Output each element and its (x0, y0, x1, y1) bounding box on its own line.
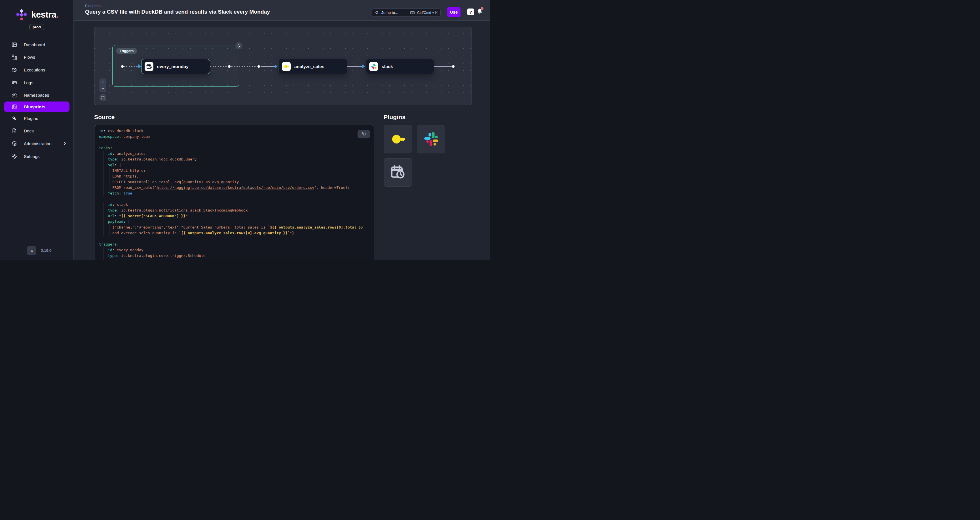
copy-icon (361, 131, 366, 137)
node-analyze-sales[interactable]: analyze_sales (278, 59, 347, 74)
sidebar-item-plugins[interactable]: Plugins (0, 112, 73, 125)
notification-dot (480, 7, 484, 10)
node-label: slack (382, 64, 393, 69)
sidebar-item-label: Blueprints (24, 104, 45, 109)
sidebar-item-label: Plugins (24, 116, 38, 121)
blueprints-icon (11, 104, 17, 110)
settings-icon (11, 153, 17, 159)
docs-icon (11, 128, 17, 134)
code-line: LOAD httpfs; (99, 173, 369, 179)
use-button[interactable]: Use (447, 7, 460, 17)
code-line (99, 196, 369, 202)
text-caret (99, 129, 99, 133)
indent-guide (109, 224, 110, 236)
node-label: every_monday (157, 64, 189, 69)
code-line: payload: | (99, 219, 369, 224)
code-line: INSTALL httpfs; (99, 168, 369, 173)
sidebar-item-dashboard[interactable]: Dashboard (0, 38, 73, 51)
slack-icon (423, 131, 439, 148)
zoom-out-button[interactable]: − (100, 85, 107, 92)
indent-guide (103, 202, 104, 236)
kestra-logo[interactable]: kestra. (0, 8, 73, 21)
sidebar-item-logs[interactable]: Logs (0, 76, 73, 89)
search-input[interactable]: Jump to... Ctrl/Cmd + K (372, 8, 441, 17)
sidebar-item-label: Dashboard (24, 42, 45, 47)
sidebar-item-namespaces[interactable]: Namespaces (0, 89, 73, 102)
plugins-icon (11, 115, 17, 121)
sidebar-footer: « 0.19.0 (0, 241, 73, 260)
flows-icon (11, 54, 17, 60)
node-label: analyze_sales (294, 64, 325, 69)
plugin-card-slack[interactable] (417, 125, 445, 153)
help-button[interactable]: ? (467, 8, 474, 15)
kestra-logo-icon (15, 8, 29, 21)
sidebar-item-label: Docs (24, 129, 34, 133)
edge-arrowhead-icon (362, 64, 365, 68)
administration-icon (11, 141, 17, 146)
plugin-card-schedule[interactable] (383, 158, 412, 186)
indent-guide (109, 168, 110, 191)
schedule-icon (390, 164, 406, 181)
sidebar-item-label: Namespaces (24, 93, 49, 97)
edge-solid (347, 66, 362, 67)
code-line: triggers: (99, 242, 369, 247)
code-line (99, 140, 369, 145)
edge-dot (258, 65, 260, 68)
code-line: cron: "0 9 * * MON" (99, 259, 369, 260)
edge-solid (434, 66, 452, 67)
edge-arrowhead-icon (138, 64, 141, 68)
sidebar-item-flows[interactable]: Flows (0, 51, 73, 64)
topology-canvas[interactable]: Triggers every_monday analyze_sales slac… (94, 27, 472, 105)
zoom-in-button[interactable]: + (100, 78, 107, 85)
sidebar-item-blueprints[interactable]: Blueprints (4, 102, 70, 112)
kestra-app: kestra. prod DashboardFlowsExecutionsLog… (0, 0, 490, 260)
copy-button[interactable] (358, 130, 370, 138)
edge-dashed (231, 66, 257, 67)
sidebar-item-settings[interactable]: Settings (0, 150, 73, 163)
notifications-bell-icon[interactable] (476, 8, 483, 15)
edge-solid (261, 66, 275, 67)
namespaces-icon (11, 92, 17, 98)
sidebar-item-administration[interactable]: Administration (0, 137, 73, 150)
fullscreen-button[interactable] (100, 94, 107, 101)
code-line: {"channel":"#reporting","text":"Current … (99, 224, 369, 230)
code-line: - id: every_monday (99, 247, 369, 253)
edge-end-dot (452, 65, 455, 68)
source-code-editor[interactable]: id: csv_duckdb_slacknamespace: company.t… (94, 125, 374, 260)
breadcrumb[interactable]: Blueprints (85, 4, 102, 8)
app-version: 0.19.0 (41, 248, 52, 253)
sidebar-item-label: Flows (24, 55, 35, 60)
code-line: and average sales quantity is `{{ output… (99, 230, 369, 236)
collapse-cluster-button[interactable] (235, 42, 242, 49)
code-lines: id: csv_duckdb_slacknamespace: company.t… (94, 125, 374, 260)
node-every-monday[interactable]: every_monday (141, 59, 210, 74)
duckdb-icon (282, 62, 291, 71)
code-line: - id: slack (99, 202, 369, 208)
search-icon (375, 11, 379, 15)
plugins-heading: Plugins (383, 114, 406, 121)
code-line: fetch: true (99, 191, 369, 196)
sidebar-collapse-button[interactable]: « (27, 246, 36, 255)
edge-dot (228, 65, 231, 68)
code-line: type: io.kestra.plugin.core.trigger.Sche… (99, 253, 369, 259)
keyboard-icon (410, 10, 415, 15)
node-slack[interactable]: slack (366, 59, 434, 74)
dashboard-icon (11, 42, 17, 48)
code-line: tasks: (99, 145, 369, 151)
sidebar-item-executions[interactable]: Executions (0, 64, 73, 76)
indent-guide (103, 151, 104, 196)
search-placeholder: Jump to... (382, 11, 408, 15)
triggers-cluster-label: Triggers (116, 48, 137, 54)
code-line: - id: analyze_sales (99, 151, 369, 156)
source-heading: Source (94, 114, 115, 121)
code-line: type: io.kestra.plugin.jdbc.duckdb.Query (99, 156, 369, 162)
code-line: namespace: company.team (99, 134, 369, 140)
page-title: Query a CSV file with DuckDB and send re… (85, 9, 270, 15)
plugin-card-duckdb[interactable] (383, 125, 412, 153)
sidebar-item-docs[interactable]: Docs (0, 125, 73, 138)
logs-icon (11, 80, 17, 86)
executions-icon (11, 67, 17, 73)
code-line: FROM read_csv_auto('https://huggingface.… (99, 185, 369, 191)
sidebar-item-label: Administration (24, 141, 52, 146)
code-line (99, 236, 369, 242)
